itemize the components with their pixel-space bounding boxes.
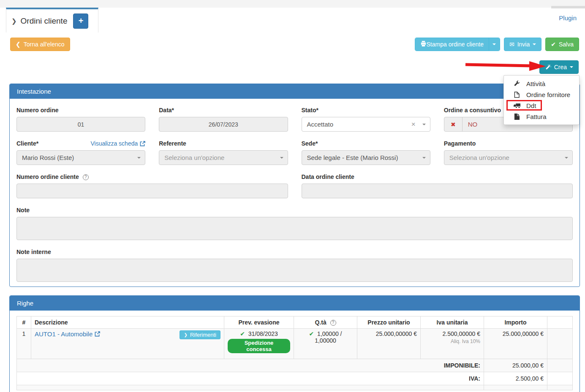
chevron-right-icon: ❯	[11, 17, 17, 25]
row-descrizione-cell: AUTO1 - Automobile ❯ Riferimenti	[31, 329, 224, 359]
external-link-icon	[95, 331, 100, 337]
cliente-label: Cliente*	[16, 140, 38, 147]
total-row-partial	[17, 385, 573, 390]
numero-ordine-input[interactable]: 01	[16, 117, 145, 132]
riferimenti-label: Riferimenti	[190, 332, 216, 338]
total-row-imponibile: IMPONIBILE: 25.000,00 €	[17, 359, 573, 372]
menu-item-label: Fattura	[526, 113, 547, 120]
panel-intestazione-title: Intestazione	[10, 84, 580, 99]
menu-item-label: Attività	[526, 80, 545, 87]
col-iva-unitaria: Iva unitaria	[421, 316, 484, 329]
field-pagamento: Pagamento Seleziona un'opzione	[444, 138, 573, 165]
annotation-arrow	[464, 60, 547, 72]
row-prezzo-cell: 25.000,00000 €	[357, 329, 421, 359]
caret-down-icon	[422, 124, 426, 125]
total-row-iva: IVA: 2.500,00 €	[17, 372, 573, 385]
caret-down-icon	[422, 157, 426, 159]
visualizza-scheda-link[interactable]: Visualizza scheda	[90, 140, 145, 147]
add-order-button[interactable]: +	[73, 14, 88, 29]
printer-icon	[420, 41, 427, 48]
numero-ordine-cliente-input[interactable]	[16, 184, 288, 198]
sede-value: Sede legale - Este (Mario Rossi)	[307, 154, 422, 161]
stato-value: Accettato	[307, 121, 411, 128]
cross-icon[interactable]: ✖	[444, 117, 463, 131]
wrench-icon	[513, 81, 520, 87]
row-importo-cell: 25.000,00000 €	[484, 329, 547, 359]
qta-total: 1,00000	[297, 337, 354, 344]
row-num: 1	[17, 329, 31, 359]
menu-item-label: Ordine fornitore	[526, 91, 570, 98]
col-num: #	[17, 316, 31, 329]
clear-icon[interactable]: ×	[411, 120, 416, 129]
shipping-status-badge: Spedizione concessa	[228, 339, 290, 353]
back-to-list-button[interactable]: ❮ Torna all'elenco	[10, 38, 70, 51]
article-label: AUTO1 - Automobile	[35, 330, 93, 338]
field-data-ordine-cliente: Data ordine cliente	[302, 171, 573, 198]
row-prev-evasione-cell: ✔ 31/08/2023 Spedizione concessa	[224, 329, 294, 359]
tab-ordini-cliente[interactable]: ❯ Ordini cliente +	[6, 8, 98, 32]
print-order-button[interactable]: Stampa ordine cliente	[415, 38, 489, 51]
save-button[interactable]: ✔ Salva	[545, 38, 579, 51]
data-input[interactable]: 26/07/2023	[159, 117, 288, 132]
cliente-select[interactable]: Mario Rossi (Este)	[16, 150, 145, 165]
stato-select[interactable]: Accettato ×	[302, 117, 430, 132]
sede-select[interactable]: Sede legale - Este (Mario Rossi)	[302, 150, 430, 165]
menu-item-fattura[interactable]: Fattura	[504, 111, 579, 122]
stato-label: Stato*	[302, 107, 318, 114]
print-order-dropdown-toggle[interactable]	[489, 38, 500, 51]
col-qta-label: Q.tà	[315, 319, 326, 326]
sede-label: Sede*	[302, 140, 318, 147]
send-button[interactable]: ✉ Invia	[504, 38, 541, 51]
menu-item-ddt[interactable]: Ddt	[504, 100, 579, 111]
prev-evasione-date: 31/08/2023	[248, 330, 278, 337]
envelope-icon: ✉	[509, 41, 514, 48]
check-icon: ✔	[309, 330, 314, 337]
top-strip	[0, 0, 585, 8]
chevron-left-icon: ❮	[16, 41, 21, 48]
create-button[interactable]: Crea	[539, 60, 579, 74]
menu-item-attivita[interactable]: Attività	[504, 78, 579, 89]
iva-total-label: IVA:	[17, 372, 484, 385]
page-title: Ordini cliente	[21, 16, 68, 26]
row-qta-cell: ✔ 1,00000 / 1,00000	[294, 329, 357, 359]
plugin-link[interactable]: Plugin	[559, 14, 577, 22]
caret-down-icon	[137, 157, 141, 159]
righe-table: # Descrizione Prev. evasione Q.tà ? Prez…	[16, 316, 573, 390]
caret-down-icon	[565, 157, 568, 159]
pagamento-select[interactable]: Seleziona un'opzione	[444, 150, 573, 165]
article-link[interactable]: AUTO1 - Automobile	[35, 330, 100, 338]
caret-down-icon	[570, 66, 573, 68]
send-label: Invia	[517, 41, 530, 48]
help-icon: ?	[330, 320, 336, 326]
pagamento-placeholder: Seleziona un'opzione	[449, 154, 565, 161]
referente-select[interactable]: Seleziona un'opzione	[159, 150, 288, 165]
file-solid-icon	[513, 114, 520, 120]
panel-righe-title: Righe	[10, 296, 580, 311]
field-sede: Sede* Sede legale - Este (Mario Rossi)	[302, 138, 430, 165]
external-link-icon	[140, 141, 145, 146]
col-descrizione: Descrizione	[31, 316, 224, 329]
note-interne-textarea[interactable]	[16, 259, 573, 282]
chevron-right-icon: ❯	[184, 333, 187, 337]
magic-wand-icon	[545, 64, 551, 70]
ordine-consuntivo-label: Ordine a consuntivo	[444, 107, 501, 114]
referente-label: Referente	[159, 140, 186, 147]
help-icon: ?	[83, 174, 89, 180]
field-stato: Stato* Accettato ×	[302, 104, 430, 132]
col-qta: Q.tà ?	[294, 316, 357, 329]
menu-item-ordine-fornitore[interactable]: Ordine fornitore	[504, 89, 579, 100]
note-interne-label: Note interne	[16, 249, 51, 255]
field-data: Data* 26/07/2023	[159, 104, 288, 132]
note-label: Note	[16, 207, 30, 214]
col-importo: Importo	[484, 316, 547, 329]
riferimenti-button[interactable]: ❯ Riferimenti	[180, 330, 220, 339]
panel-righe: Righe # Descrizione Prev. evasione Q.tà …	[9, 295, 580, 392]
check-icon: ✔	[551, 41, 556, 48]
check-icon: ✔	[240, 330, 245, 337]
row-iva-cell: 2.500,00000 € Aliq. Iva 10%	[421, 329, 484, 359]
data-ordine-cliente-input[interactable]	[302, 184, 573, 198]
caret-down-icon	[280, 157, 283, 159]
note-textarea[interactable]	[16, 217, 573, 240]
menu-item-label: Ddt	[526, 102, 536, 109]
truck-icon	[513, 103, 520, 108]
